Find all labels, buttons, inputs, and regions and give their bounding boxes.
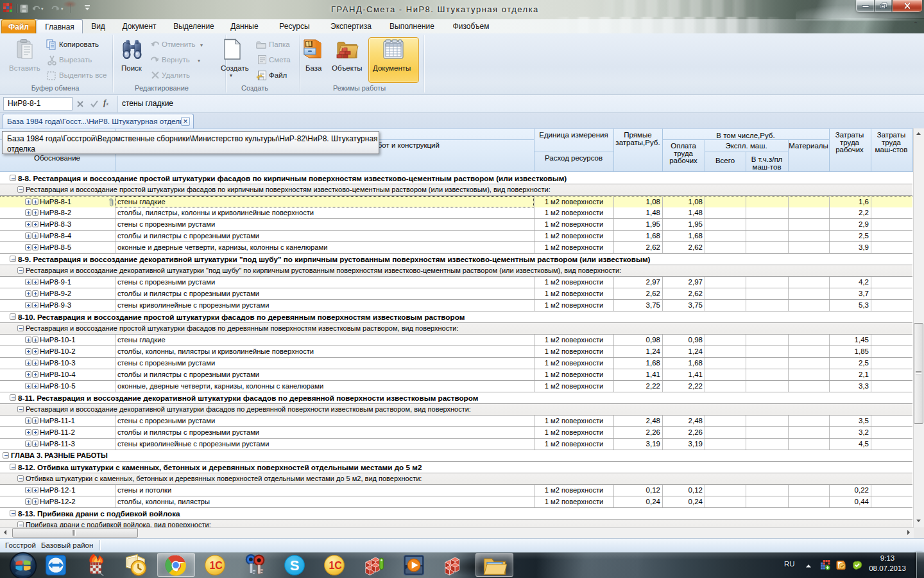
svg-text:1С: 1С [209, 560, 223, 571]
svg-text:S: S [290, 557, 300, 574]
svg-text:1С: 1С [329, 560, 342, 571]
